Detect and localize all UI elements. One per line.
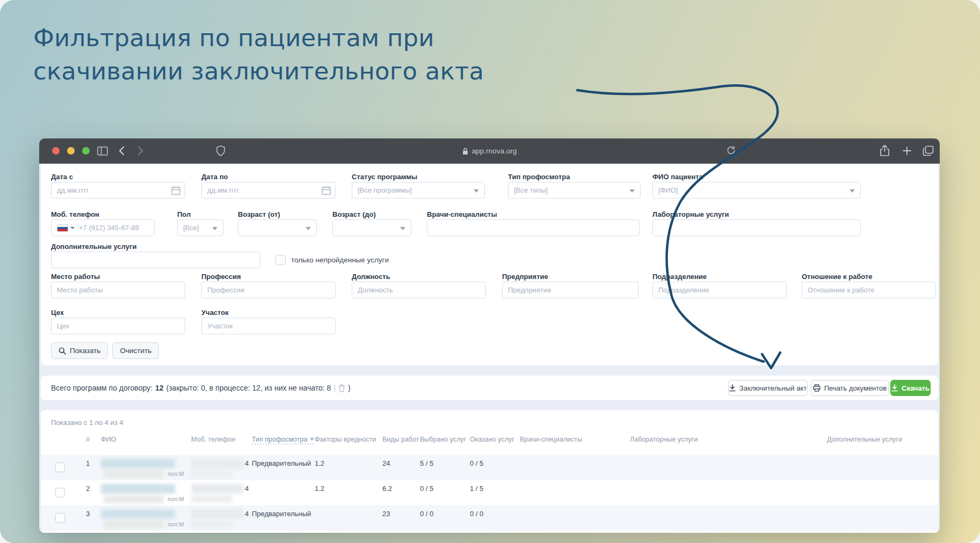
filter-workplace: Место работы <box>51 273 185 298</box>
url-text: app.rnova.org <box>472 147 517 155</box>
table-row[interactable]: 3 пол:М 4 Предварительный 23 0 / 0 0 / 0 <box>41 505 938 531</box>
share-icon[interactable] <box>880 145 890 157</box>
additional-services-input[interactable] <box>51 252 260 268</box>
date-from-input[interactable] <box>51 182 185 199</box>
row-checkbox[interactable] <box>55 463 65 472</box>
clear-button[interactable]: Очистить <box>112 342 159 359</box>
clear-button-label: Очистить <box>120 347 151 355</box>
print-documents-button[interactable]: Печать документов <box>811 380 889 396</box>
shop-input[interactable] <box>51 318 185 334</box>
chevron-down-icon <box>212 227 217 230</box>
filter-doctors: Врачи-специалисты <box>427 210 640 236</box>
lock-icon <box>462 148 468 155</box>
summary-separator: | <box>333 384 336 392</box>
lab-services-input[interactable] <box>652 219 861 236</box>
phone-input[interactable] <box>51 219 155 236</box>
show-button[interactable]: Показать <box>51 342 108 359</box>
cell-provided: 1 / 5 <box>470 485 483 493</box>
cell-work-kinds: 23 <box>382 510 390 518</box>
final-act-button[interactable]: Заключительный акт <box>728 380 808 396</box>
shop-field[interactable] <box>57 322 179 330</box>
profession-field[interactable] <box>207 286 330 294</box>
row-number: 2 <box>86 485 90 493</box>
position-field[interactable] <box>358 286 480 294</box>
phone-field[interactable] <box>79 224 149 232</box>
chevron-down-icon <box>850 189 855 193</box>
filter-lab-services: Лабораторные услуги <box>652 210 861 236</box>
printer-icon <box>813 384 821 392</box>
summary-details: (закрыто: 0, в процессе: 12, из них не н… <box>166 384 331 392</box>
final-act-label: Заключительный акт <box>739 384 807 392</box>
col-header-exam-type-sort[interactable]: Тип профосмотра <box>252 436 314 444</box>
table-row[interactable]: 2 пол:М 4 1.2 6.2 0 / 5 1 / 5 <box>41 480 938 505</box>
department-field[interactable] <box>658 286 781 294</box>
summary-close: ) <box>348 384 351 392</box>
col-header-lab: Лабораторные услуги <box>630 436 698 443</box>
table-row[interactable]: 1 пол:М 4 Предварительный 1.2 24 5 / 5 0… <box>41 455 938 480</box>
filter-work-relation: Отношение к работе <box>802 273 936 298</box>
filter-profession: Профессия <box>201 273 336 298</box>
doctors-input[interactable] <box>427 219 640 236</box>
phone-tail: 4 <box>245 459 249 467</box>
field-label: Дополнительные услуги <box>51 243 260 251</box>
date-to-field[interactable] <box>207 186 330 194</box>
age-from-select[interactable] <box>238 219 317 236</box>
field-label: Моб. телефон <box>51 210 155 218</box>
col-header-num: # <box>86 436 90 443</box>
workplace-input[interactable] <box>51 282 185 298</box>
doctors-field[interactable] <box>433 224 634 232</box>
date-to-input[interactable] <box>201 182 336 199</box>
chevron-down-icon <box>629 189 635 193</box>
table-header: # ФИО Моб. телефон Тип профосмотра Факто… <box>41 436 938 449</box>
cell-hazard: 1.2 <box>315 459 324 467</box>
patient-fio-select[interactable]: [ФИО] <box>652 182 861 199</box>
department-input[interactable] <box>652 282 787 298</box>
position-input[interactable] <box>352 282 486 298</box>
russia-flag-icon <box>57 224 68 232</box>
cell-provided: 0 / 0 <box>470 510 483 518</box>
sector-field[interactable] <box>207 322 330 330</box>
sector-input[interactable] <box>201 318 336 334</box>
redacted-phone <box>191 459 243 468</box>
only-unpassed-checkbox[interactable] <box>275 255 286 265</box>
row-number: 3 <box>86 510 90 518</box>
redacted-patient-info <box>104 495 164 503</box>
redacted-patient-name <box>101 509 175 519</box>
work-relation-input[interactable] <box>802 282 936 298</box>
redacted-patient-info <box>104 470 164 478</box>
age-to-select[interactable] <box>332 219 411 236</box>
new-tab-icon[interactable] <box>902 146 912 156</box>
row-checkbox[interactable] <box>55 513 65 523</box>
address-bar[interactable]: app.rnova.org <box>39 138 940 164</box>
row-number: 1 <box>86 459 90 467</box>
field-label: ФИО пациента <box>652 173 861 181</box>
date-from-field[interactable] <box>57 186 179 194</box>
reload-icon[interactable] <box>727 146 736 156</box>
download-button[interactable]: Скачать <box>890 380 931 396</box>
col-header-additional: Дополнительные услуги <box>827 436 902 443</box>
workplace-field[interactable] <box>57 286 179 294</box>
download-icon <box>729 384 736 392</box>
tab-overview-icon[interactable] <box>923 145 934 156</box>
enterprise-field[interactable] <box>508 286 633 294</box>
redacted-patient-info <box>104 520 164 529</box>
cell-selected: 0 / 0 <box>420 510 433 518</box>
trash-icon[interactable] <box>338 384 345 392</box>
redacted-phone2 <box>191 520 232 528</box>
exam-type-select[interactable]: [Все типы] <box>508 182 641 199</box>
select-value: [Все типы] <box>514 186 548 194</box>
enterprise-input[interactable] <box>502 282 638 298</box>
profession-input[interactable] <box>201 282 336 298</box>
row-checkbox[interactable] <box>55 488 65 497</box>
col-header-hazard: Факторы вредности <box>315 436 376 443</box>
lab-services-field[interactable] <box>658 224 855 232</box>
additional-services-field[interactable] <box>57 256 255 264</box>
work-relation-field[interactable] <box>808 286 930 294</box>
page-title-line1: Фильтрация по пациентам при <box>33 21 484 55</box>
program-status-select[interactable]: [Все программы] <box>352 182 485 199</box>
cell-selected: 0 / 5 <box>420 485 433 493</box>
pagination-info: Показано с 1 по 4 из 4 <box>51 419 124 427</box>
calendar-icon <box>171 186 180 195</box>
gender-select[interactable]: [Все] <box>177 219 223 236</box>
filter-sector: Участок <box>201 309 336 334</box>
